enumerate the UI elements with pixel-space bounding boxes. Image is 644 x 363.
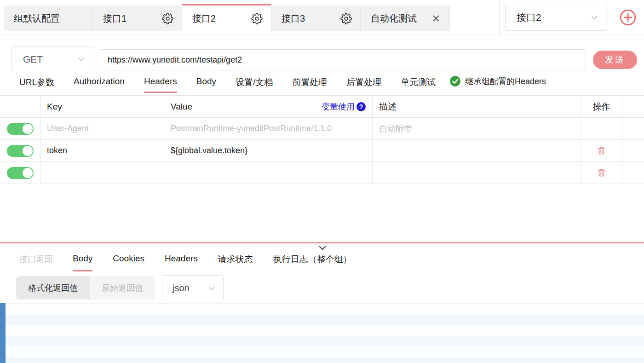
plus-circle-icon	[619, 9, 637, 26]
url-input[interactable]	[100, 49, 586, 70]
response-format-select[interactable]: json	[162, 275, 224, 301]
key-cell[interactable]: token	[40, 140, 164, 161]
desc-cell[interactable]: 自动附带	[373, 118, 581, 139]
chevron-down-icon	[207, 283, 217, 294]
row-enabled-toggle[interactable]	[7, 123, 34, 135]
response-tabs: 接口返回 Body Cookies Headers 请求状态 执行日志（整个组）	[19, 254, 352, 272]
group-select[interactable]: 接口2	[505, 4, 608, 31]
tab-url-params[interactable]: URL参数	[19, 76, 54, 93]
key-column-header: Key	[40, 96, 164, 117]
endpoint-tabs: 组默认配置 接口1 接口2 接口3 自动化测试	[4, 4, 450, 31]
collapse-chevron-icon[interactable]	[317, 244, 328, 252]
tab-label: 接口3	[282, 12, 305, 25]
action-cell	[581, 140, 622, 161]
desc-column-header: 描述	[373, 96, 581, 117]
row-enabled-toggle[interactable]	[7, 167, 34, 179]
tab-settings-docs[interactable]: 设置/文档	[236, 76, 273, 93]
tabbar-divider	[499, 0, 500, 35]
toggle-column-header	[0, 96, 40, 117]
tab-body[interactable]: Body	[196, 76, 216, 92]
delete-row-icon[interactable]	[596, 145, 607, 156]
value-header-label: Value	[171, 102, 192, 112]
action-cell	[581, 118, 622, 139]
tab-authorization[interactable]: Authorization	[74, 76, 125, 92]
tab-response-cookies[interactable]: Cookies	[113, 254, 144, 270]
spacer-cell	[622, 162, 644, 184]
gear-icon[interactable]	[251, 13, 263, 24]
action-column-header: 操作	[581, 96, 622, 117]
tab-request-status[interactable]: 请求状态	[218, 254, 253, 272]
desc-cell[interactable]	[373, 162, 581, 184]
request-tabs: URL参数 Authorization Headers Body 设置/文档 前…	[19, 76, 436, 93]
group-select-value: 接口2	[517, 11, 541, 24]
api-test-window: 组默认配置 接口1 接口2 接口3 自动化测试 接口2	[0, 0, 644, 363]
tab-automation-test[interactable]: 自动化测试	[361, 6, 450, 31]
value-cell[interactable]: PostmanRuntime-yuneditPostRuntime/1.1.0	[164, 118, 373, 139]
key-cell[interactable]	[40, 162, 164, 184]
spacer-cell	[622, 140, 644, 161]
row-enabled-toggle[interactable]	[7, 145, 34, 157]
response-view-switch: 格式化返回值 原始返回值	[16, 276, 155, 300]
tab-group-default-config[interactable]: 组默认配置	[4, 6, 93, 31]
tab-unit-test[interactable]: 单元测试	[401, 76, 436, 93]
tab-api-2[interactable]: 接口2	[182, 4, 271, 31]
response-body-viewer	[0, 303, 644, 363]
method-value: GET	[23, 54, 43, 65]
spacer-cell	[622, 118, 644, 139]
spacer-column-header	[622, 96, 644, 117]
tab-label: 接口1	[103, 12, 126, 25]
table-row: token ${global.value.token}	[0, 140, 644, 162]
desc-cell[interactable]	[373, 140, 581, 161]
check-circle-icon	[449, 75, 461, 87]
format-select-value: json	[172, 283, 190, 294]
headers-table: Key Value 变量使用 ? 描述 操作 User-Agent Postma…	[0, 95, 644, 184]
tab-label: 自动化测试	[371, 12, 417, 25]
chevron-down-icon	[589, 12, 599, 23]
table-row	[0, 162, 644, 184]
response-gutter-bar	[0, 303, 6, 363]
value-cell[interactable]	[164, 162, 373, 184]
tab-api-3[interactable]: 接口3	[271, 6, 361, 31]
tab-response-headers[interactable]: Headers	[165, 254, 198, 270]
action-cell	[581, 162, 622, 184]
tab-post-process[interactable]: 后置处理	[346, 76, 381, 93]
send-button[interactable]: 发送	[593, 51, 637, 69]
table-row: User-Agent PostmanRuntime-yuneditPostRun…	[0, 118, 644, 140]
gear-icon[interactable]	[340, 13, 352, 24]
help-icon[interactable]: ?	[356, 102, 366, 111]
tab-response-body[interactable]: Body	[73, 254, 92, 271]
tab-headers[interactable]: Headers	[144, 76, 177, 93]
tab-label: 组默认配置	[14, 12, 60, 25]
value-cell[interactable]: ${global.value.token}	[164, 140, 373, 161]
gear-icon[interactable]	[162, 13, 173, 24]
variable-usage-link[interactable]: 变量使用 ?	[322, 101, 366, 112]
value-column-header: Value 变量使用 ?	[164, 96, 373, 117]
formatted-response-button[interactable]: 格式化返回值	[16, 276, 90, 300]
chevron-down-icon	[76, 54, 86, 64]
inherit-headers-badge[interactable]: 继承组配置的Headers	[449, 75, 546, 87]
panel-divider[interactable]	[0, 242, 644, 243]
tab-label: 接口2	[192, 12, 216, 25]
key-cell[interactable]: User-Agent	[40, 118, 164, 139]
delete-row-icon[interactable]	[596, 167, 607, 178]
raw-response-button[interactable]: 原始返回值	[90, 276, 155, 300]
method-select[interactable]: GET	[12, 46, 94, 72]
add-api-button[interactable]	[619, 9, 637, 26]
tab-execution-log[interactable]: 执行日志（整个组）	[273, 254, 352, 272]
inherit-headers-label: 继承组配置的Headers	[465, 76, 546, 87]
table-header-row: Key Value 变量使用 ? 描述 操作	[0, 96, 644, 118]
tab-api-1[interactable]: 接口1	[93, 6, 182, 31]
close-icon[interactable]	[431, 13, 441, 23]
response-section-label: 接口返回	[19, 254, 52, 271]
tab-pre-process[interactable]: 前置处理	[292, 76, 327, 93]
endpoint-tabbar: 组默认配置 接口1 接口2 接口3 自动化测试 接口2	[0, 0, 644, 35]
